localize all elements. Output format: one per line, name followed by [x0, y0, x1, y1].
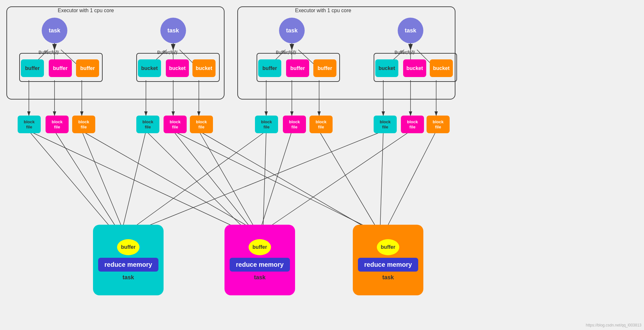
- buffer-node-3a: buffer: [258, 59, 281, 77]
- svg-line-45: [385, 131, 436, 231]
- bucket-node-4c: bucket: [430, 59, 453, 77]
- svg-line-42: [319, 131, 378, 231]
- svg-line-32: [146, 131, 247, 231]
- svg-line-39: [199, 131, 257, 231]
- reduce-memory-btn-1: reduce memory: [98, 258, 159, 272]
- block-file-3b: blockfile: [283, 116, 306, 133]
- bucket-node-1a: bucket: [138, 59, 161, 77]
- reduce-node-1: buffer reduce memory task: [93, 225, 164, 295]
- buffer-node-3b: buffer: [286, 59, 309, 77]
- block-file-1b: blockfile: [46, 116, 69, 133]
- task-node-4: task: [398, 18, 423, 43]
- watermark: https://blog.csdn.net/qq_l003813: [586, 323, 641, 327]
- executor-label-1: Executor with 1 cpu core: [58, 8, 114, 13]
- reduce-node-3: buffer reduce memory task: [353, 225, 423, 295]
- reduce-task-label-2: task: [254, 274, 266, 281]
- svg-line-40: [128, 131, 266, 231]
- block-file-2b: blockfile: [164, 116, 187, 133]
- svg-line-37: [82, 131, 257, 231]
- svg-line-31: [82, 131, 123, 231]
- task-node-1: task: [42, 18, 67, 43]
- reduce-buffer-circle-2: buffer: [249, 239, 271, 255]
- buffer-node-3c: buffer: [313, 59, 336, 77]
- task-node-3: task: [279, 18, 305, 43]
- svg-line-38: [173, 131, 375, 231]
- block-file-4a: blockfile: [374, 116, 397, 133]
- block-file-1a: blockfile: [18, 116, 41, 133]
- reduce-buffer-circle-3: buffer: [377, 239, 399, 255]
- block-file-2c: blockfile: [190, 116, 213, 133]
- svg-line-47: [380, 131, 383, 231]
- block-file-4c: blockfile: [427, 116, 450, 133]
- block-file-1c: blockfile: [72, 116, 95, 133]
- reduce-memory-btn-3: reduce memory: [358, 258, 419, 272]
- svg-line-36: [122, 131, 146, 231]
- buffer-node-1a: buffer: [21, 59, 44, 77]
- reduce-node-2: buffer reduce memory task: [225, 225, 295, 295]
- svg-line-33: [173, 131, 253, 231]
- block-file-4b: blockfile: [401, 116, 424, 133]
- reduce-task-label-3: task: [382, 274, 394, 281]
- reduce-task-label-1: task: [123, 274, 134, 281]
- task-node-2: task: [160, 18, 186, 43]
- reduce-buffer-circle-1: buffer: [117, 239, 140, 255]
- bucket-node-4b: bucket: [403, 59, 426, 77]
- bucket-node-4a: bucket: [375, 59, 398, 77]
- executor-label-2: Executor with 1 cpu core: [295, 8, 351, 13]
- svg-line-29: [29, 131, 114, 231]
- buffer-node-1b: buffer: [49, 59, 72, 77]
- buffer-node-1c: buffer: [76, 59, 99, 77]
- block-file-2a: blockfile: [136, 116, 159, 133]
- block-file-3a: blockfile: [255, 116, 278, 133]
- bucket-node-1b: bucket: [166, 59, 189, 77]
- bucket-node-1c: bucket: [192, 59, 216, 77]
- svg-line-30: [55, 131, 119, 231]
- reduce-memory-btn-2: reduce memory: [230, 258, 290, 272]
- svg-line-35: [29, 131, 244, 231]
- block-file-3c: blockfile: [309, 116, 333, 133]
